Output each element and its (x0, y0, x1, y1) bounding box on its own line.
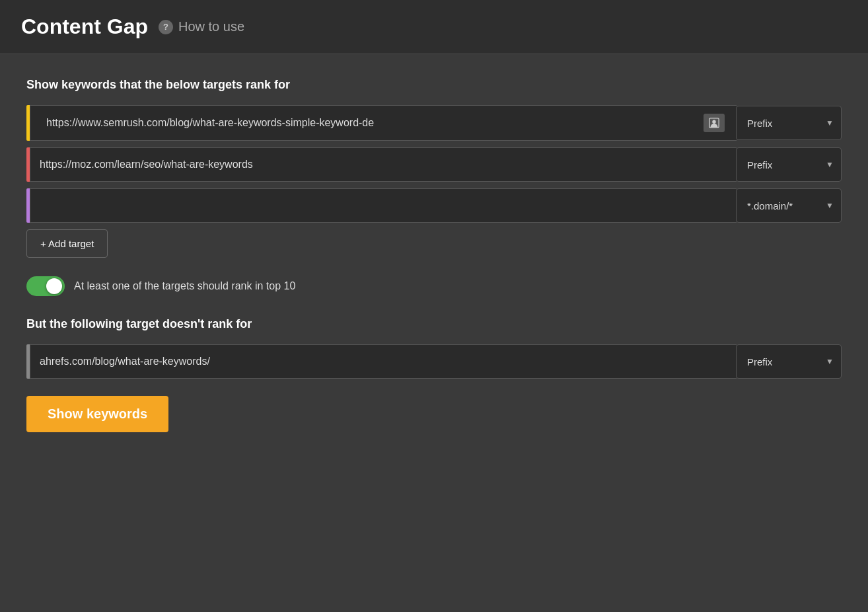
target-row-2: Prefix Domain Exact URL Subdomain ▼ (26, 147, 842, 182)
help-icon[interactable]: ? (159, 20, 173, 34)
dropdown-wrapper-2: Prefix Domain Exact URL Subdomain ▼ (737, 147, 842, 182)
contacts-icon-1[interactable] (704, 114, 725, 132)
input-group-competitor: Prefix Domain Exact URL Subdomain ▼ (30, 344, 842, 379)
top10-toggle[interactable] (26, 276, 65, 296)
show-keywords-button[interactable]: Show keywords (26, 396, 168, 432)
competitor-row: Prefix Domain Exact URL Subdomain ▼ (26, 344, 842, 379)
target-dropdown-1[interactable]: Prefix Domain Exact URL Subdomain (736, 106, 842, 140)
input-group-1: Prefix Domain Exact URL Subdomain ▼ (30, 105, 842, 141)
dropdown-wrapper-3: Prefix Domain Exact URL Subdomain *.doma… (737, 188, 842, 223)
toggle-label: At least one of the targets should rank … (74, 280, 295, 292)
section1-title: Show keywords that the below targets ran… (26, 78, 842, 92)
target-row-1: Prefix Domain Exact URL Subdomain ▼ (26, 105, 842, 141)
competitor-dropdown[interactable]: Prefix Domain Exact URL Subdomain (736, 344, 842, 379)
add-target-button[interactable]: + Add target (26, 229, 108, 258)
url-input-box-1 (30, 105, 737, 141)
dropdown-wrapper-competitor: Prefix Domain Exact URL Subdomain ▼ (737, 344, 842, 379)
target-dropdown-2[interactable]: Prefix Domain Exact URL Subdomain (736, 147, 842, 182)
target-input-3[interactable] (30, 188, 737, 223)
how-to-use-link[interactable]: How to use (178, 19, 244, 34)
page-header: Content Gap ? How to use (0, 0, 868, 54)
main-content: Show keywords that the below targets ran… (0, 54, 868, 456)
how-to-use-wrapper: ? How to use (159, 19, 244, 34)
section2-title: But the following target doesn't rank fo… (26, 317, 842, 331)
dropdown-wrapper-1: Prefix Domain Exact URL Subdomain ▼ (737, 105, 842, 141)
page-title: Content Gap (21, 15, 148, 39)
toggle-row: At least one of the targets should rank … (26, 276, 842, 296)
target-input-2[interactable] (30, 147, 737, 182)
target-dropdown-3[interactable]: Prefix Domain Exact URL Subdomain *.doma… (736, 188, 842, 223)
target-row-3: Prefix Domain Exact URL Subdomain *.doma… (26, 188, 842, 223)
toggle-knob (46, 278, 62, 294)
competitor-input[interactable] (30, 344, 737, 379)
input-group-2: Prefix Domain Exact URL Subdomain ▼ (30, 147, 842, 182)
input-group-3: Prefix Domain Exact URL Subdomain *.doma… (30, 188, 842, 223)
target-input-1[interactable] (37, 106, 704, 140)
svg-point-1 (712, 120, 715, 124)
